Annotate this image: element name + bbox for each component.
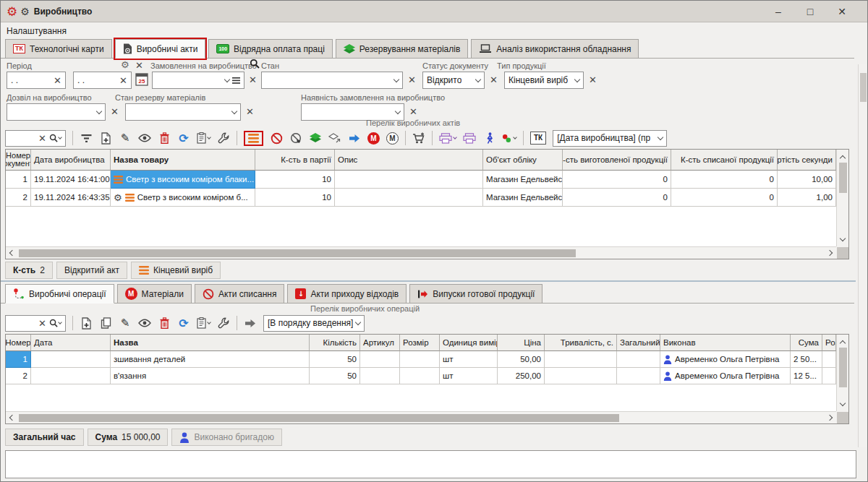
- tab-tech-cards[interactable]: ТК Технологічні карти: [5, 39, 112, 58]
- list-picker-icon[interactable]: [232, 77, 240, 84]
- clear-icon[interactable]: ✕: [54, 76, 61, 85]
- cell-total-time[interactable]: [617, 351, 660, 368]
- column-header-made[interactable]: К-сть виготовленої продукції: [563, 150, 671, 171]
- column-header-unit[interactable]: Одиниця виміру: [440, 335, 498, 351]
- column-header-num[interactable]: Номер: [6, 335, 31, 351]
- ops-search-input[interactable]: ✕: [5, 315, 66, 332]
- cell-object[interactable]: Магазин Едельвейс: [483, 171, 563, 189]
- column-header-date[interactable]: Дата виробництва: [31, 150, 111, 171]
- edit-pencil-icon[interactable]: ✎: [119, 315, 132, 331]
- acts-sort-combo[interactable]: [Дата виробництва] (пр: [553, 130, 667, 147]
- scroll-thumb[interactable]: [839, 348, 847, 387]
- status-dots-icon[interactable]: [502, 130, 516, 146]
- cell-qty[interactable]: 10: [255, 189, 335, 207]
- ops-horizontal-scrollbar[interactable]: [6, 411, 836, 423]
- cell-qty[interactable]: 10: [255, 171, 335, 189]
- state-combo[interactable]: [261, 72, 403, 89]
- cell-duration[interactable]: [545, 368, 617, 384]
- cell-size[interactable]: [400, 351, 440, 368]
- scroll-down-icon[interactable]: [838, 400, 847, 408]
- tab-equipment-analysis[interactable]: Аналіз використання обладнання: [471, 39, 639, 58]
- column-header-article[interactable]: Артикул: [360, 335, 400, 351]
- view-eye-icon[interactable]: [138, 315, 151, 331]
- add-document-icon[interactable]: [80, 315, 93, 331]
- cell-name[interactable]: в'язання: [111, 368, 310, 384]
- column-header-price[interactable]: Ціна: [498, 335, 545, 351]
- reserve-diamond-icon[interactable]: [309, 130, 322, 146]
- date-to-input[interactable]: . . ✕: [73, 72, 132, 89]
- scroll-up-icon[interactable]: [838, 152, 847, 161]
- unreserve-diamond-icon[interactable]: [328, 130, 341, 146]
- column-header-qty[interactable]: К-сть в партії: [255, 150, 335, 171]
- cell-price[interactable]: 50,00: [498, 351, 545, 368]
- print-icon[interactable]: [439, 130, 456, 146]
- acts-search-input[interactable]: ✕: [5, 130, 66, 147]
- cell-total-time[interactable]: [617, 368, 660, 384]
- edit-pencil-icon[interactable]: ✎: [119, 130, 132, 146]
- view-eye-icon[interactable]: [138, 130, 151, 146]
- cell-qty[interactable]: 50: [310, 368, 360, 384]
- column-header-duration[interactable]: Тривалість, с.: [545, 335, 617, 351]
- scroll-thumb[interactable]: [860, 73, 867, 102]
- cell-cost[interactable]: 1,00: [778, 189, 836, 207]
- cell-desc[interactable]: [335, 171, 483, 189]
- cell-date[interactable]: 19.11.2024 16:43:35: [31, 189, 111, 207]
- cell-name[interactable]: ⚙ Светр з високим коміром б...: [111, 189, 255, 207]
- materials-icon[interactable]: М: [367, 132, 380, 145]
- product-type-clear-icon[interactable]: ✕: [589, 75, 597, 85]
- add-document-icon[interactable]: [99, 130, 112, 146]
- clear-icon[interactable]: ✕: [38, 319, 46, 328]
- settings-wrench-icon[interactable]: [217, 315, 230, 331]
- run-person-icon[interactable]: [482, 130, 495, 146]
- acts-vertical-scrollbar[interactable]: [836, 150, 848, 246]
- materials-return-icon[interactable]: М: [386, 132, 399, 145]
- refresh-icon[interactable]: ⟳: [177, 315, 190, 331]
- tab-piecework-pay[interactable]: 100 Відрядна оплата праці: [208, 39, 332, 58]
- permission-clear-icon[interactable]: ✕: [111, 107, 119, 116]
- scroll-down-icon[interactable]: [838, 235, 847, 244]
- move-arrow-icon[interactable]: [244, 315, 257, 331]
- window-vertical-scrollbar[interactable]: [858, 64, 868, 447]
- cell-duration[interactable]: [545, 351, 617, 368]
- scroll-up-icon[interactable]: [838, 337, 847, 346]
- tab-waste-acts[interactable]: ↓ Акти приходу відходів: [287, 284, 407, 303]
- period-settings-gear-icon[interactable]: ⚙: [121, 59, 129, 70]
- column-header-desc[interactable]: Опис: [335, 150, 483, 171]
- refresh-icon[interactable]: ⟳: [177, 130, 190, 146]
- column-header-name[interactable]: Назва: [111, 335, 310, 351]
- close-act-prohibit-icon[interactable]: [270, 130, 283, 146]
- cell-price[interactable]: 250,00: [498, 368, 545, 384]
- delete-trash-icon[interactable]: [158, 130, 171, 146]
- reserve-clear-icon[interactable]: ✕: [246, 107, 254, 116]
- minimize-button[interactable]: –: [772, 6, 785, 17]
- tk-button[interactable]: ТК: [530, 132, 546, 145]
- calendar-icon[interactable]: 25: [135, 72, 148, 88]
- period-clear-icon[interactable]: ✕: [135, 61, 143, 70]
- cell-executor[interactable]: Авременко Ольга Петрівна: [660, 368, 791, 384]
- cell-desc[interactable]: [335, 189, 483, 207]
- search-icon[interactable]: [49, 319, 61, 327]
- filter-icon[interactable]: [80, 130, 93, 146]
- order-presence-clear-icon[interactable]: ✕: [409, 107, 417, 116]
- tab-operations[interactable]: Виробничі операції: [5, 284, 114, 304]
- transfer-arrow-icon[interactable]: [348, 130, 361, 146]
- column-header-name[interactable]: Назва товару: [111, 150, 255, 171]
- cell-num-selected[interactable]: 1: [6, 351, 31, 368]
- reserve-state-combo[interactable]: [125, 103, 241, 121]
- product-type-combo[interactable]: Кінцевий виріб: [504, 72, 584, 89]
- cell-cost[interactable]: 10,00: [778, 171, 836, 189]
- cell-unit[interactable]: шт: [440, 368, 498, 384]
- settings-wrench-icon[interactable]: [217, 130, 230, 146]
- clear-icon[interactable]: ✕: [119, 76, 127, 85]
- scroll-left-icon[interactable]: [8, 249, 17, 257]
- column-header-writeoff[interactable]: К-сть списаної продукції: [671, 150, 778, 171]
- copy-icon[interactable]: [99, 315, 112, 331]
- production-order-combo[interactable]: [152, 72, 244, 89]
- column-header-object[interactable]: Об'єкт обліку: [483, 150, 563, 171]
- order-clear-icon[interactable]: ✕: [249, 75, 257, 85]
- cell-article[interactable]: [360, 351, 400, 368]
- cell-date[interactable]: [31, 368, 111, 384]
- cell-num[interactable]: 1: [6, 171, 31, 189]
- column-header-num[interactable]: Номер документа: [6, 150, 31, 171]
- doc-status-clear-icon[interactable]: ✕: [490, 75, 498, 85]
